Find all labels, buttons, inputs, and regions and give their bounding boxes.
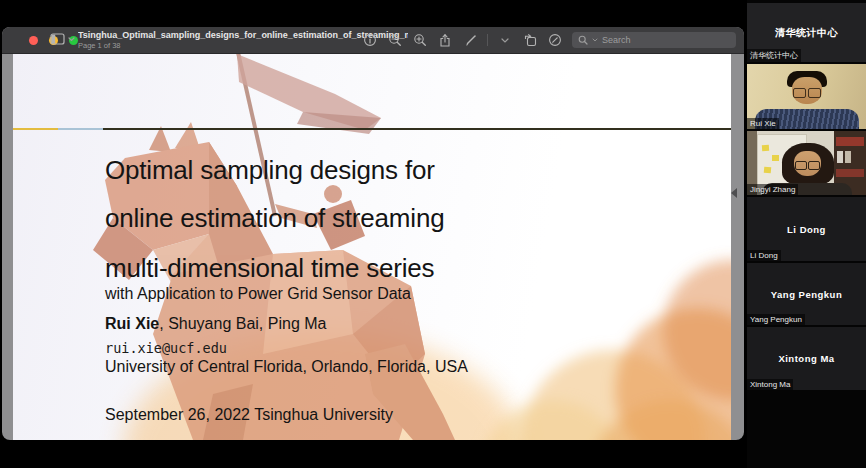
toolbar: Search <box>362 27 736 53</box>
slide-email: rui.xie@ucf.edu <box>105 340 227 356</box>
preview-window: Tsinghua_Optimal_sampling_designs_for_on… <box>2 27 744 440</box>
window-titlebar[interactable]: Tsinghua_Optimal_sampling_designs_for_on… <box>2 27 744 54</box>
slide-date-venue: September 26, 2022 Tsinghua University <box>105 406 393 424</box>
zoom-in-icon <box>413 33 427 47</box>
page-indicator: Page 1 of 38 <box>78 41 408 50</box>
participant-name-label: Li Dong <box>747 250 781 261</box>
zoom-out-button[interactable] <box>387 32 403 48</box>
author-rest: , Shuyang Bai, Ping Ma <box>159 315 326 332</box>
annotate-button[interactable] <box>547 32 563 48</box>
collapse-video-panel-arrow[interactable] <box>731 188 737 198</box>
participant-tile-jingyi-zhang[interactable]: Jingyi Zhang <box>747 131 866 195</box>
search-icon <box>578 35 588 45</box>
slide-affiliation: University of Central Florida, Orlando, … <box>105 358 468 376</box>
pdf-page[interactable]: Optimal sampling designs for online esti… <box>13 54 731 440</box>
zoom-out-icon <box>388 33 402 47</box>
window-title-block: Tsinghua_Optimal_sampling_designs_for_on… <box>78 30 408 50</box>
document-view: Optimal sampling designs for online esti… <box>2 53 744 440</box>
sidebar-toggle-button[interactable] <box>50 33 75 45</box>
rotate-button[interactable] <box>522 32 538 48</box>
participant-tile-li-dong[interactable]: Li Dong Li Dong <box>747 197 866 261</box>
close-button[interactable] <box>29 36 38 45</box>
annotate-icon <box>548 33 562 47</box>
rule-gold-segment <box>13 128 58 130</box>
screen-share-stage: Tsinghua_Optimal_sampling_designs_for_on… <box>0 0 866 468</box>
chevron-down-icon <box>501 38 509 43</box>
participant-name-label: Xintong Ma <box>747 379 793 390</box>
slide-title-line-1: Optimal sampling designs for <box>105 155 435 186</box>
rotate-icon <box>523 33 538 47</box>
video-panel: 清华统计中心 清华统计中心 Rui Xie Jingyi Zhang <box>747 0 866 468</box>
participant-tile-yang-pengkun[interactable]: Yang Pengkun Yang Pengkun <box>747 263 866 325</box>
slide-accent-rule <box>13 128 731 130</box>
slide-subtitle: with Application to Power Grid Sensor Da… <box>105 285 411 303</box>
markup-pen-icon <box>463 33 478 47</box>
rule-blue-segment <box>58 128 103 130</box>
slide-title-line-2: online estimation of streaming <box>105 203 444 234</box>
info-button[interactable] <box>362 32 378 48</box>
slide-artwork-horse-foliage <box>13 54 731 440</box>
info-icon <box>363 33 377 47</box>
slide-authors: Rui Xie, Shuyang Bai, Ping Ma <box>105 315 326 333</box>
share-icon <box>438 33 452 48</box>
author-lead: Rui Xie <box>105 315 159 332</box>
search-placeholder: Search <box>602 35 631 45</box>
slide-title-line-3: multi-dimensional time series <box>105 253 434 284</box>
participant-name-label: Jingyi Zhang <box>747 184 798 195</box>
chevron-down-icon <box>68 37 75 42</box>
window-title: Tsinghua_Optimal_sampling_designs_for_on… <box>78 30 408 40</box>
markup-button[interactable] <box>462 32 478 48</box>
participant-tile-rui-xie[interactable]: Rui Xie <box>747 64 866 129</box>
toolbar-divider <box>487 34 488 46</box>
markup-menu-button[interactable] <box>497 32 513 48</box>
participant-name-label: 清华统计中心 <box>747 49 801 62</box>
search-input[interactable]: Search <box>572 32 736 48</box>
participant-name-label: Yang Pengkun <box>747 314 805 325</box>
participant-name-label: Rui Xie <box>747 118 779 129</box>
glasses <box>793 88 821 98</box>
rule-dark-segment <box>103 128 731 130</box>
participant-tile-tsinghua-stat-center[interactable]: 清华统计中心 清华统计中心 <box>747 3 866 62</box>
glasses <box>795 161 820 170</box>
search-scope-chevron-icon <box>592 38 598 42</box>
participant-tile-xintong-ma[interactable]: Xintong Ma Xintong Ma <box>747 327 866 390</box>
zoom-in-button[interactable] <box>412 32 428 48</box>
share-button[interactable] <box>437 32 453 48</box>
sidebar-icon <box>50 33 65 45</box>
